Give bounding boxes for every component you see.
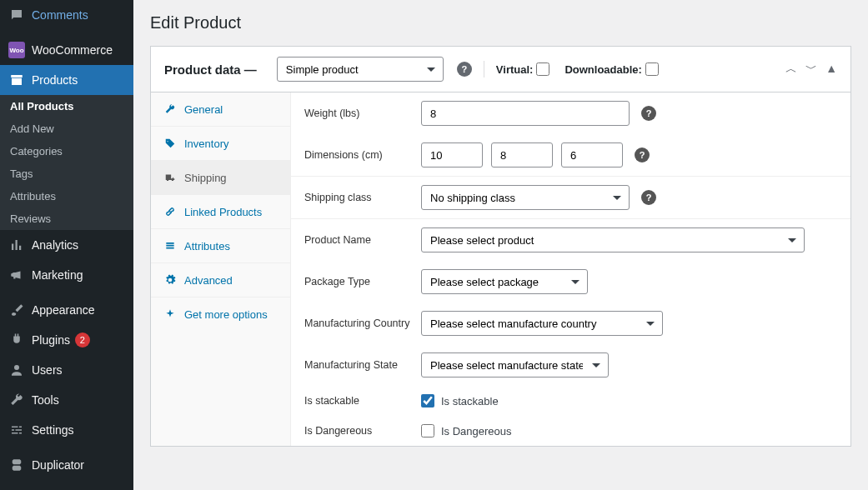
weight-input[interactable]: [421, 101, 630, 126]
sidebar-label: Products: [32, 73, 78, 87]
package-type-select[interactable]: Please select package: [421, 269, 588, 294]
mfg-country-label: Manufacturing Country: [304, 318, 421, 329]
sidebar-label: Appearance: [32, 303, 95, 317]
submenu-attributes[interactable]: Attributes: [0, 185, 133, 208]
package-type-label: Package Type: [304, 276, 421, 288]
sidebar-item-appearance[interactable]: Appearance: [0, 295, 133, 325]
help-icon[interactable]: ?: [457, 62, 472, 77]
plug-icon: [8, 332, 25, 348]
shipping-class-label: Shipping class: [304, 192, 421, 203]
gear-icon: [163, 272, 178, 288]
dim-width-input[interactable]: [491, 142, 553, 168]
sidebar-item-duplicator[interactable]: Duplicator: [0, 450, 133, 480]
dangerous-label: Is Dangereous: [304, 425, 421, 437]
tab-linked-products[interactable]: Linked Products: [151, 195, 290, 229]
sidebar-label: Duplicator: [32, 458, 84, 472]
sliders-icon: [8, 422, 25, 438]
brush-icon: [8, 302, 25, 318]
virtual-checkbox[interactable]: [536, 62, 549, 76]
link-icon: [163, 204, 178, 219]
product-data-panel: Product data — Simple product ? Virtual:…: [150, 46, 851, 447]
help-icon[interactable]: ?: [635, 148, 650, 162]
megaphone-icon: [8, 267, 25, 283]
product-data-tabs: General Inventory Shipping Linked Produc…: [151, 92, 291, 446]
archive-icon: [8, 72, 25, 88]
sidebar-item-plugins[interactable]: Plugins 2: [0, 325, 133, 355]
sidebar-label: Users: [32, 363, 63, 377]
woo-icon: Woo: [8, 42, 25, 58]
sidebar-label: Marketing: [32, 268, 83, 282]
downloadable-label: Downloadable:: [564, 63, 641, 76]
tab-more-options[interactable]: Get more options: [151, 298, 290, 331]
panel-down-icon[interactable]: ﹀: [805, 62, 817, 77]
wrench-icon: [8, 392, 25, 408]
chart-icon: [8, 237, 25, 253]
dim-length-input[interactable]: [421, 142, 483, 168]
submenu-categories[interactable]: Categories: [0, 140, 133, 162]
wrench-icon: [163, 102, 178, 117]
main-content: Edit Product Product data — Simple produ…: [133, 0, 868, 490]
virtual-label: Virtual:: [496, 63, 534, 76]
admin-sidebar: Comments Woo WooCommerce Products All Pr…: [0, 0, 133, 490]
sidebar-item-analytics[interactable]: Analytics: [0, 230, 133, 260]
sidebar-item-woocommerce[interactable]: Woo WooCommerce: [0, 35, 133, 65]
weight-label: Weight (lbs): [304, 108, 421, 119]
help-icon[interactable]: ?: [641, 106, 656, 121]
panel-header: Product data — Simple product ? Virtual:…: [151, 47, 850, 92]
sidebar-label: Settings: [32, 423, 74, 437]
stackable-label: Is stackable: [304, 395, 421, 407]
truck-icon: [163, 170, 178, 185]
sidebar-item-products[interactable]: Products: [0, 65, 133, 95]
downloadable-checkbox[interactable]: [645, 62, 659, 76]
submenu-reviews[interactable]: Reviews: [0, 208, 133, 230]
plugins-badge: 2: [75, 332, 90, 348]
shipping-form: Weight (lbs) ? Dimensions (cm) ?: [291, 92, 850, 446]
products-submenu: All Products Add New Categories Tags Att…: [0, 95, 133, 230]
submenu-tags[interactable]: Tags: [0, 162, 133, 185]
dimensions-label: Dimensions (cm): [304, 149, 421, 161]
mfg-state-select[interactable]: Please select manufacture state: [421, 352, 609, 378]
panel-title: Product data —: [164, 62, 257, 77]
shipping-class-select[interactable]: No shipping class: [421, 185, 630, 210]
help-icon[interactable]: ?: [641, 190, 656, 205]
user-icon: [8, 362, 25, 378]
comment-icon: [8, 7, 25, 23]
duplicator-icon: [8, 457, 25, 473]
tag-icon: [163, 136, 178, 151]
tab-advanced[interactable]: Advanced: [151, 263, 290, 298]
stackable-checkbox[interactable]: [421, 394, 434, 408]
product-type-select[interactable]: Simple product: [277, 57, 444, 82]
sidebar-item-comments[interactable]: Comments: [0, 0, 133, 30]
tab-attributes[interactable]: Attributes: [151, 229, 290, 263]
mfg-state-label: Manufacturing State: [304, 359, 421, 371]
dangerous-checkbox[interactable]: [421, 424, 434, 438]
panel-up-icon[interactable]: ︿: [785, 62, 797, 77]
sparkle-icon: [163, 307, 178, 322]
sidebar-label: WooCommerce: [32, 43, 113, 57]
sidebar-label: Tools: [32, 393, 59, 407]
mfg-country-select[interactable]: Please select manufacture country: [421, 311, 663, 336]
sidebar-item-marketing[interactable]: Marketing: [0, 260, 133, 290]
list-icon: [163, 238, 178, 253]
dim-height-input[interactable]: [561, 142, 623, 168]
page-title: Edit Product: [150, 0, 851, 46]
panel-toggle-icon[interactable]: ▲: [825, 62, 837, 77]
sidebar-item-tools[interactable]: Tools: [0, 385, 133, 415]
sidebar-label: Plugins: [32, 333, 70, 347]
product-name-select[interactable]: Please select product: [421, 228, 805, 252]
sidebar-item-settings[interactable]: Settings: [0, 415, 133, 445]
tab-general[interactable]: General: [151, 92, 290, 127]
submenu-add-new[interactable]: Add New: [0, 118, 133, 140]
tab-shipping[interactable]: Shipping: [151, 161, 290, 195]
sidebar-label: Comments: [32, 8, 88, 22]
sidebar-label: Analytics: [32, 238, 78, 252]
sidebar-item-users[interactable]: Users: [0, 355, 133, 385]
tab-inventory[interactable]: Inventory: [151, 127, 290, 161]
submenu-all-products[interactable]: All Products: [0, 95, 133, 118]
product-name-label: Product Name: [304, 234, 421, 246]
